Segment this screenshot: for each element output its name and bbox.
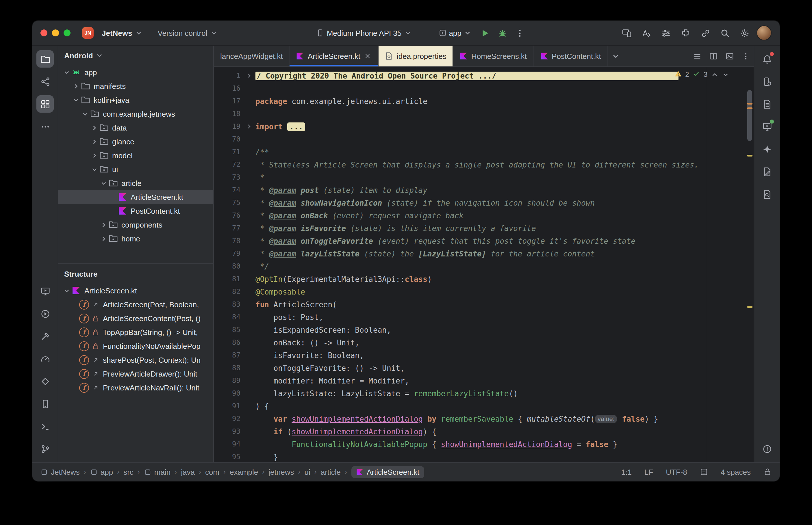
- breadcrumb-item[interactable]: main: [144, 467, 171, 476]
- device-manager-button[interactable]: [758, 73, 776, 90]
- structure-item[interactable]: fFunctionalityNotAvailablePop: [58, 339, 213, 353]
- code-line[interactable]: 70: [214, 133, 754, 146]
- chevron-right-icon[interactable]: [71, 81, 81, 91]
- breadcrumb-item[interactable]: src: [123, 467, 133, 476]
- run-tool-button[interactable]: [36, 305, 54, 322]
- line-number[interactable]: 88: [214, 364, 243, 372]
- terminal-tool-button[interactable]: [36, 418, 54, 435]
- line-number[interactable]: 77: [214, 224, 243, 232]
- more-tools-button[interactable]: [36, 118, 54, 135]
- profiler-tool-button[interactable]: [36, 350, 54, 367]
- editor-scrollbar[interactable]: [745, 67, 754, 462]
- vcs-widget[interactable]: Version control: [154, 27, 221, 39]
- preview-layout-button[interactable]: [721, 46, 737, 66]
- line-number[interactable]: 78: [214, 237, 243, 245]
- project-tree-item[interactable]: data: [58, 121, 213, 135]
- breadcrumb-item[interactable]: jetnews: [268, 467, 294, 476]
- project-tree-item[interactable]: components: [58, 218, 213, 231]
- editor-tab[interactable]: HomeScreens.kt: [453, 46, 534, 66]
- editor-tab[interactable]: ArticleScreen.kt: [290, 46, 379, 66]
- previous-problem-button[interactable]: [711, 71, 718, 78]
- close-tab-icon[interactable]: [364, 52, 372, 60]
- view-options-button[interactable]: [658, 26, 673, 41]
- file-encoding[interactable]: UTF-8: [666, 467, 687, 476]
- code-line[interactable]: 80 */: [214, 260, 754, 273]
- chevron-right-icon[interactable]: [90, 151, 99, 160]
- editor-tab[interactable]: PostContent.kt: [534, 46, 608, 66]
- app-inspection-tool-button[interactable]: [36, 373, 54, 390]
- project-tree-item[interactable]: PostContent.kt: [58, 204, 213, 218]
- line-number[interactable]: 17: [214, 97, 243, 105]
- project-tree-item[interactable]: model: [58, 148, 213, 162]
- line-number[interactable]: 87: [214, 351, 243, 359]
- chevron-right-icon[interactable]: [99, 220, 109, 229]
- code-line[interactable]: 79 * @param lazyListState (state) the [L…: [214, 247, 754, 260]
- line-number[interactable]: 91: [214, 402, 243, 410]
- remote-link-button[interactable]: [697, 26, 713, 41]
- tabs-overflow-chevron-icon[interactable]: [608, 46, 624, 66]
- line-number[interactable]: 76: [214, 211, 243, 220]
- logcat-button[interactable]: [758, 95, 776, 112]
- version-control-tool-button[interactable]: [36, 440, 54, 457]
- code-line[interactable]: 84 post: Post,: [214, 311, 754, 324]
- structure-item[interactable]: fTopAppBar(String, () -> Unit,: [58, 325, 213, 339]
- folded-region[interactable]: ...: [287, 122, 306, 131]
- code-line[interactable]: 1/ Copyright 2020 The Android Open Sourc…: [214, 69, 754, 82]
- split-editor-button[interactable]: [705, 46, 721, 66]
- chevron-down-icon[interactable]: [80, 109, 90, 118]
- line-number[interactable]: 71: [214, 148, 243, 156]
- minimize-window-button[interactable]: [52, 29, 59, 36]
- project-view-selector[interactable]: Android: [58, 46, 213, 65]
- code-line[interactable]: 75 * @param showNavigationIcon (state) i…: [214, 196, 754, 209]
- line-number[interactable]: 70: [214, 135, 243, 143]
- code-line[interactable]: 74 * @param post (state) item to display: [214, 184, 754, 196]
- gemini-button[interactable]: [758, 140, 776, 158]
- breadcrumb-item[interactable]: com: [205, 467, 219, 476]
- editor-list-button[interactable]: [689, 46, 705, 66]
- project-tree-item[interactable]: home: [58, 231, 213, 245]
- line-number[interactable]: 83: [214, 300, 243, 309]
- breadcrumb-item[interactable]: java: [181, 467, 195, 476]
- project-widget[interactable]: JetNews: [98, 27, 146, 39]
- line-number[interactable]: 75: [214, 199, 243, 207]
- chevron-down-icon[interactable]: [90, 165, 99, 174]
- more-actions-button[interactable]: [512, 26, 527, 41]
- project-tool-button[interactable]: [36, 50, 54, 68]
- breadcrumb-item[interactable]: article: [321, 467, 341, 476]
- inspections-widget[interactable]: 2 3: [674, 70, 729, 79]
- code-line[interactable]: 86 onBack: () -> Unit,: [214, 336, 754, 349]
- structure-item[interactable]: fArticleScreenContent(Post, (): [58, 311, 213, 325]
- chevron-down-icon[interactable]: [62, 286, 72, 295]
- problems-button[interactable]: [758, 440, 776, 457]
- plugins-button[interactable]: [678, 26, 693, 41]
- code-line[interactable]: 19import ...: [214, 120, 754, 133]
- structure-item[interactable]: fPreviewArticleDrawer(): Unit: [58, 367, 213, 380]
- breadcrumb-item[interactable]: ArticleScreen.kt: [351, 466, 424, 478]
- line-number[interactable]: 18: [214, 110, 243, 118]
- code-line[interactable]: 82@Composable: [214, 285, 754, 298]
- line-number[interactable]: 89: [214, 377, 243, 385]
- chevron-down-icon[interactable]: [99, 178, 109, 188]
- line-number[interactable]: 86: [214, 339, 243, 347]
- line-number[interactable]: 92: [214, 415, 243, 423]
- line-number[interactable]: 74: [214, 186, 243, 194]
- code-line[interactable]: 18: [214, 107, 754, 120]
- line-number[interactable]: 16: [214, 84, 243, 92]
- editor-config-icon[interactable]: [700, 468, 708, 476]
- project-tree-item[interactable]: ArticleScreen.kt: [58, 190, 213, 204]
- fold-expand-icon[interactable]: [243, 123, 255, 130]
- line-number[interactable]: 94: [214, 440, 243, 448]
- breadcrumb-item[interactable]: ui: [304, 467, 310, 476]
- breadcrumb-item[interactable]: app: [90, 467, 113, 476]
- app-quality-insights-button[interactable]: [758, 185, 776, 203]
- code-line[interactable]: 94 FunctionalityNotAvailablePopup { show…: [214, 438, 754, 450]
- cursor-position[interactable]: 1:1: [621, 467, 632, 476]
- code-line[interactable]: 90 lazyListState: LazyListState = rememb…: [214, 387, 754, 400]
- run-button[interactable]: [478, 26, 493, 41]
- project-tree-item[interactable]: kotlin+java: [58, 93, 213, 107]
- build-tool-button[interactable]: [36, 328, 54, 345]
- chevron-right-icon[interactable]: [99, 234, 109, 243]
- structure-item[interactable]: fPreviewArticleNavRail(): Unit: [58, 380, 213, 394]
- code-line[interactable]: 91) {: [214, 400, 754, 412]
- project-tree-item[interactable]: article: [58, 176, 213, 190]
